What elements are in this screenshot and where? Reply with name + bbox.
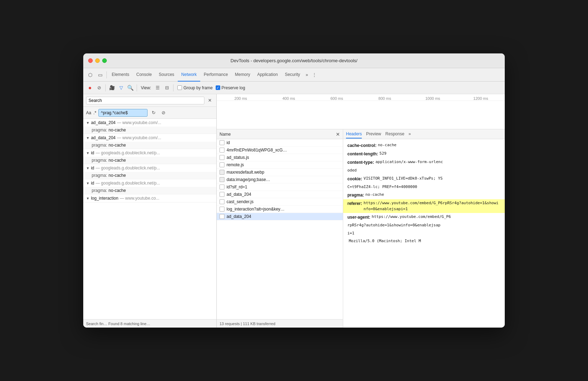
header-row-content-type: content-type: application/x-www-form-url… (347, 158, 501, 167)
close-panel-button[interactable]: ✕ (336, 131, 340, 137)
network-item-icon-6 (220, 185, 224, 189)
network-toolbar: ● ⊘ 🎥 ▽ 🔍 View: ☰ ⊟ Group by frame ✓ Pre… (83, 82, 505, 94)
header-val-origin: no-cache (365, 192, 384, 198)
result-title-4: id (91, 166, 94, 170)
headers-panel: Headers Preview Response » cache-control… (343, 129, 505, 328)
header-row-referer-wrap: rpRSr4g?autohide=1&showinfo=0&enablejsap (347, 221, 501, 230)
network-item-name-8: cast_sender.js (227, 199, 340, 204)
result-url-5: — googleads.g.doubleclick.net/p... (96, 181, 160, 186)
result-header-4[interactable]: ▼ id — googleads.g.doubleclick.net/p... (83, 164, 216, 172)
titlebar: DevTools - developers.google.com/web/too… (83, 53, 505, 68)
filter-input[interactable] (98, 109, 148, 117)
network-items-list: id 4mrRnEPnWo81qWPG8_xcG… ad_status.js (217, 139, 343, 319)
result-header-1[interactable]: ▼ ad_data_204 — www.youtube.com/... (83, 119, 216, 127)
tab-more-headers[interactable]: » (409, 130, 411, 138)
header-row-content-length: content-length: 529 (347, 150, 501, 158)
network-item-icon-2 (220, 155, 224, 160)
waterfall-view-button[interactable]: ⊟ (163, 84, 171, 92)
network-item-icon-0 (220, 140, 224, 145)
cursor-icon[interactable]: ⬡ (85, 70, 95, 80)
network-name-header: Name (220, 132, 336, 137)
result-url-1: — www.youtube.com/... (117, 120, 161, 125)
result-header-6[interactable]: ▼ log_interaction — www.youtube.co... (83, 194, 216, 202)
tab-headers[interactable]: Headers (346, 130, 362, 138)
more-tabs-button[interactable]: » (303, 72, 310, 77)
header-row-origin: pragma: no-cache (347, 191, 501, 199)
tab-sources[interactable]: Sources (155, 68, 178, 82)
camera-button[interactable]: 🎥 (108, 84, 116, 92)
network-item-0[interactable]: id (217, 139, 343, 147)
network-item-8[interactable]: cast_sender.js (217, 198, 343, 206)
result-header-3[interactable]: ▼ id — googleads.g.doubleclick.net/p... (83, 149, 216, 157)
result-group-6: ▼ log_interaction — www.youtube.co... (83, 194, 216, 202)
header-val-content-length: 529 (379, 151, 386, 157)
search-close-button[interactable]: ✕ (206, 97, 214, 104)
maximize-button[interactable] (102, 58, 107, 63)
network-item-4[interactable]: maxresdefault.webp (217, 169, 343, 176)
timeline-label-1: 200 ms (217, 96, 265, 101)
network-footer: 13 requests | 111 KB transferred (217, 319, 343, 328)
tab-response[interactable]: Response (385, 130, 404, 138)
devtools-menu-button[interactable]: ⋮ (310, 72, 319, 77)
tab-preview[interactable]: Preview (366, 130, 381, 138)
clear-filter-button[interactable]: ⊘ (159, 109, 167, 117)
tab-security[interactable]: Security (281, 68, 303, 82)
triangle-icon-6: ▼ (86, 196, 90, 200)
devtools-tab-bar: ⬡ ▭ Elements Console Sources Network Per… (83, 68, 505, 82)
header-row-cookie-wrap: C=t9FhaIZ4-lc; PREF=f4=4000000 (347, 183, 501, 191)
match-value-1: no-cache (109, 128, 126, 133)
header-key-pragma: referer: (347, 200, 362, 212)
dock-icon[interactable]: ▭ (95, 70, 105, 80)
network-item-icon-9 (220, 207, 224, 212)
match-value-2: no-cache (109, 143, 126, 148)
header-row-user-agent: Mozilla/5.0 (Macintosh; Intel M (347, 237, 501, 245)
network-item-7[interactable]: ad_data_204 (217, 191, 343, 198)
search-network-button[interactable]: 🔍 (126, 84, 134, 92)
tab-elements[interactable]: Elements (108, 68, 133, 82)
results-list: ▼ ad_data_204 — www.youtube.com/... prag… (83, 119, 216, 319)
clear-button[interactable]: ⊘ (95, 84, 103, 92)
preserve-log-checkbox[interactable]: ✓ (216, 85, 220, 90)
list-view-button[interactable]: ☰ (154, 84, 162, 92)
network-item-10[interactable]: ad_data_204 (217, 213, 343, 220)
toolbar-separator-1 (105, 84, 106, 91)
record-button[interactable]: ● (86, 84, 94, 92)
header-row-referer-wrap2: i=1 (347, 230, 501, 238)
timeline-area: 200 ms 400 ms 600 ms 800 ms 1000 ms 1200… (217, 94, 505, 129)
result-group-4: ▼ id — googleads.g.doubleclick.net/p... … (83, 164, 216, 179)
minimize-button[interactable] (95, 58, 100, 63)
network-item-1[interactable]: 4mrRnEPnWo81qWPG8_xcG… (217, 147, 343, 154)
network-item-icon-8 (220, 199, 224, 204)
triangle-icon-1: ▼ (86, 121, 90, 125)
network-item-name-10: ad_data_204 (227, 214, 340, 219)
filter-button[interactable]: ▽ (117, 84, 125, 92)
tab-network[interactable]: Network (178, 68, 200, 82)
group-by-frame-group: Group by frame (177, 85, 213, 90)
result-title-2: ad_data_204 (91, 135, 116, 140)
search-input[interactable] (86, 97, 204, 104)
tab-performance[interactable]: Performance (200, 68, 231, 82)
search-status-text: Search fin… Found 8 matching line… (86, 322, 150, 326)
result-header-5[interactable]: ▼ id — googleads.g.doubleclick.net/p... (83, 179, 216, 187)
headers-tabs-bar: Headers Preview Response » (343, 129, 505, 139)
refresh-filter-button[interactable]: ↻ (150, 109, 157, 117)
result-match-2: pragma: no-cache (83, 142, 216, 149)
network-item-6[interactable]: id?slf_rd=1 (217, 183, 343, 191)
header-row-pragma: referer: https://www.youtube.com/embed/G… (343, 199, 505, 213)
close-button[interactable] (88, 58, 93, 63)
network-item-3[interactable]: remote.js (217, 161, 343, 169)
network-item-name-2: ad_status.js (227, 155, 340, 160)
network-item-5[interactable]: data:image/png;base… (217, 176, 343, 183)
network-item-2[interactable]: ad_status.js (217, 154, 343, 161)
group-by-frame-checkbox[interactable] (177, 85, 182, 90)
match-key-4: pragma: (92, 173, 107, 178)
tab-memory[interactable]: Memory (231, 68, 254, 82)
network-item-icon-5 (220, 177, 224, 182)
match-key-1: pragma: (92, 128, 107, 133)
result-url-2: — www.youtube.com/... (117, 135, 161, 140)
network-item-9[interactable]: log_interaction?alt=json&key… (217, 206, 343, 213)
result-header-2[interactable]: ▼ ad_data_204 — www.youtube.com/... (83, 134, 216, 142)
tab-application[interactable]: Application (254, 68, 281, 82)
tab-console[interactable]: Console (133, 68, 155, 82)
header-val-referer-wrap2: i=1 (347, 231, 354, 237)
